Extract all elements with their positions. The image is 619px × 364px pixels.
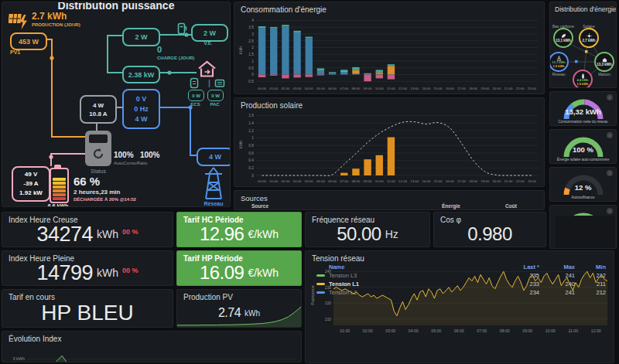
svg-text:0.6: 0.6 xyxy=(248,151,254,155)
sun-icon xyxy=(587,33,592,39)
solar-panel-icon xyxy=(9,12,30,30)
thc-value: 12.96 xyxy=(200,223,245,245)
ihc-unit: kWh xyxy=(97,228,118,240)
svg-text:13:00: 13:00 xyxy=(410,87,419,90)
svg-text:11:00: 11:00 xyxy=(387,179,395,183)
node-solaire[interactable]: 2,7 kWh xyxy=(579,28,599,48)
pac-label: PAC xyxy=(207,102,222,107)
battery-icon xyxy=(50,168,69,203)
svg-text:23:00: 23:00 xyxy=(528,179,537,183)
sources-header-energie[interactable]: Énergie xyxy=(442,203,460,209)
battery-current: -39 A xyxy=(23,179,38,189)
svg-text:01:00: 01:00 xyxy=(340,328,350,333)
info-icon[interactable]: i xyxy=(607,94,613,100)
freq-unit: Hz xyxy=(385,228,398,240)
panel-title-production-solaire[interactable]: Production solaire xyxy=(234,98,544,110)
panel-gauge-autosuffisance: i 12 % Autosuffisance xyxy=(549,167,617,202)
panel-gauge-partial: i xyxy=(549,205,617,249)
ppv-value: 2.74 xyxy=(218,306,241,320)
status-label: Status xyxy=(85,168,111,174)
svg-text:19:00: 19:00 xyxy=(480,179,490,183)
svg-text:2.5: 2.5 xyxy=(248,39,254,43)
svg-text:04:00: 04:00 xyxy=(409,328,419,333)
water-heater-icon xyxy=(190,77,199,89)
battery-voltage: 49 V xyxy=(25,170,37,179)
panel-title-tension[interactable]: Tension réseau xyxy=(306,251,614,263)
ihp-delta: 00 % xyxy=(122,267,139,274)
svg-text:2: 2 xyxy=(251,46,254,49)
grid-flow-box: 4 W xyxy=(197,148,231,166)
house-flow-box: 2.38 kW xyxy=(122,66,160,83)
svg-text:06:00: 06:00 xyxy=(328,179,337,183)
svg-text:3.5: 3.5 xyxy=(248,26,254,29)
ve-power-box: 2 W xyxy=(191,24,228,42)
node-bas-carbone[interactable]: 13,1 kWh xyxy=(553,28,573,48)
svg-text:kWh: kWh xyxy=(238,46,243,54)
svg-text:12:00: 12:00 xyxy=(398,179,408,183)
svg-text:0.5: 0.5 xyxy=(248,66,254,70)
svg-text:09:00: 09:00 xyxy=(364,87,373,90)
svg-text:16:00: 16:00 xyxy=(446,179,455,183)
battery-measure-box: 49 V -39 A 1.92 kW xyxy=(12,166,50,202)
tarif-value: HP BLEU xyxy=(41,301,133,325)
panel-title-consommation[interactable]: Consommation d'énergie xyxy=(234,2,544,14)
separator: | xyxy=(208,79,210,87)
production-day-label: PRODUCTION (JOUR) xyxy=(32,22,80,27)
svg-text:10:00: 10:00 xyxy=(545,328,556,333)
info-icon[interactable]: i xyxy=(607,208,613,214)
gauge-autosuffisance-label: Autosuffisance xyxy=(550,196,616,199)
svg-text:03:00: 03:00 xyxy=(293,87,303,90)
sources-header-source[interactable]: Source xyxy=(251,203,268,209)
pylon-icon xyxy=(202,165,225,200)
ppv-unit: kWh xyxy=(245,309,260,318)
inverter-box: 4 W 10.8 A xyxy=(80,95,117,124)
svg-text:07:00: 07:00 xyxy=(340,87,349,90)
svg-text:04:00: 04:00 xyxy=(305,179,314,183)
panel-production-pv: Production PV 2.74kWh xyxy=(176,289,302,328)
svg-text:07:00: 07:00 xyxy=(477,328,487,333)
svg-text:05:00: 05:00 xyxy=(316,179,326,183)
svg-text:22:00: 22:00 xyxy=(516,87,525,90)
panel-gauge-autoconsommation: i 100 % Énergie solaire auto-consommée xyxy=(549,129,617,164)
svg-text:00:00: 00:00 xyxy=(258,87,267,90)
panel-evolution-index: Évolution Index 3 kWh xyxy=(2,331,302,362)
svg-text:05:00: 05:00 xyxy=(316,87,326,90)
panel-gauge-conso-nette: i 13,32 kWh Consommation nette du réseau xyxy=(549,91,617,126)
svg-text:05:00: 05:00 xyxy=(431,328,441,333)
panel-title-sources[interactable]: Sources xyxy=(234,191,544,202)
svg-text:1.6: 1.6 xyxy=(248,114,254,117)
panel-index-heure-pleine: Index Heure Pleine 14799kWh00 % xyxy=(2,250,173,286)
node-batterie[interactable]: 4,4 kWh 1,9 kWh xyxy=(573,70,593,88)
svg-text:0: 0 xyxy=(251,73,254,77)
gauge-overlay xyxy=(556,216,615,249)
sources-header-cout[interactable]: Coût xyxy=(505,203,517,209)
svg-text:07:00: 07:00 xyxy=(340,179,349,183)
node-maison[interactable]: 13,3 kWh xyxy=(594,52,614,72)
reseau-label: Réseau xyxy=(197,201,231,206)
svg-text:03:00: 03:00 xyxy=(293,179,303,183)
svg-text:Puissance: Puissance xyxy=(310,285,315,304)
svg-text:12:00: 12:00 xyxy=(591,328,601,333)
production-solaire-chart: 00.20.40.60.811.21.41.600:0001:0002:0003… xyxy=(238,111,541,185)
ve-label: V.E. xyxy=(191,41,225,46)
svg-text:1.4: 1.4 xyxy=(248,121,254,125)
svg-text:3 kWh: 3 kWh xyxy=(12,356,25,361)
svg-text:17:00: 17:00 xyxy=(457,87,467,90)
ihc-delta: 00 % xyxy=(122,228,139,236)
inverter-power: 4 W xyxy=(93,101,104,110)
thp-unit: €/kWh xyxy=(248,267,279,279)
pv-power-box: 453 W xyxy=(10,32,47,50)
svg-text:00:00: 00:00 xyxy=(258,179,267,183)
svg-text:1: 1 xyxy=(251,136,254,140)
svg-text:03:00: 03:00 xyxy=(385,328,395,333)
svg-text:01:00: 01:00 xyxy=(269,179,279,183)
gauge-conso-nette-value: 13,32 kWh xyxy=(550,107,616,116)
info-icon[interactable]: i xyxy=(607,170,613,176)
svg-text:kWh: kWh xyxy=(238,141,243,148)
pv-label: PV1 xyxy=(10,49,20,55)
info-icon[interactable]: i xyxy=(607,132,613,138)
panel-cos-phi: Cos φ 0.980 xyxy=(433,212,546,247)
svg-text:11:00: 11:00 xyxy=(387,87,395,90)
ve-flow-box: 2 W xyxy=(122,28,160,46)
node-reseau[interactable]: 13,1 kWh 1,5 kWh xyxy=(549,52,569,72)
